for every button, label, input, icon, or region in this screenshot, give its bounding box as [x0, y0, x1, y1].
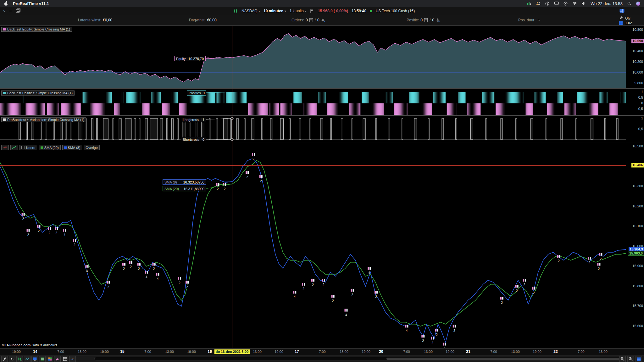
- display-icon[interactable]: [554, 1, 559, 6]
- panel-separator[interactable]: [0, 88, 644, 89]
- signal-pulse: [171, 118, 173, 140]
- chart-style-icon[interactable]: [16, 356, 23, 362]
- trade-marker: 2: [588, 257, 591, 265]
- trade-marker: 2: [129, 261, 132, 269]
- candlestick-chart-icon[interactable]: [233, 9, 238, 13]
- short-position-bar: [142, 103, 150, 115]
- grid-settings-icon[interactable]: [636, 356, 642, 362]
- spotlight-search-icon[interactable]: [627, 1, 632, 6]
- time-scrollbar[interactable]: [94, 357, 626, 360]
- long-position-bar: [386, 92, 393, 103]
- svg-text:2: 2: [55, 231, 57, 235]
- zoom-out-icon[interactable]: [619, 356, 626, 362]
- volume-icon[interactable]: [581, 1, 586, 6]
- trade-marker: 2: [223, 183, 226, 191]
- tools-wrench-icon[interactable]: [619, 16, 623, 20]
- signal-pulse: [546, 118, 547, 140]
- koers-toggle[interactable]: Koers: [19, 145, 37, 150]
- koers-checkbox[interactable]: [21, 146, 25, 149]
- svg-text:2: 2: [27, 233, 29, 237]
- prorealtime-app: ProRealTime v11.1 Wo 22 dec.: [0, 0, 644, 362]
- price-scale[interactable]: 10.80010.40010.20010.0009.80010,50-0,510…: [626, 25, 644, 348]
- screen-layout-icon[interactable]: [31, 356, 38, 362]
- collapse-toolbar-icon[interactable]: «: [69, 356, 76, 362]
- alert-flag-icon[interactable]: [310, 9, 314, 13]
- orders-list-icon[interactable]: [309, 18, 313, 22]
- restore-window-icon[interactable]: [16, 9, 19, 13]
- users-icon[interactable]: [536, 1, 541, 6]
- zoom-in-icon[interactable]: [627, 356, 634, 362]
- equity-panel-title[interactable]: BackTest Equity: Simple Crossing MA (1): [1, 27, 72, 32]
- svg-text:2: 2: [253, 157, 254, 161]
- apple-menu-icon[interactable]: [4, 1, 8, 6]
- orders-status: Orders:0 /0: [291, 18, 325, 22]
- positions-chart-canvas[interactable]: [0, 90, 626, 115]
- svg-text:4: 4: [294, 295, 296, 299]
- panel-separator[interactable]: [0, 115, 644, 116]
- price-chart-canvas[interactable]: 2222242422224242222222422224242422242222…: [0, 143, 626, 347]
- svg-text:2: 2: [524, 283, 525, 287]
- trade-marker: 2: [597, 263, 600, 271]
- scale-tick-label: 0,5: [638, 127, 643, 131]
- order-grid-icon[interactable]: [619, 21, 623, 25]
- short-position-bar: [269, 103, 279, 115]
- signal-pulse: [616, 118, 618, 140]
- history-clock-icon[interactable]: [563, 1, 568, 6]
- positions-cursor-tooltip: Posities1: [187, 90, 206, 96]
- panel-toggle-icon[interactable]: [619, 8, 625, 14]
- watchlist-icon[interactable]: [39, 356, 46, 362]
- panel-separator[interactable]: [0, 142, 644, 142]
- short-position-bar: [547, 103, 556, 115]
- workspace-grid-icon[interactable]: [47, 356, 53, 362]
- qty-value[interactable]: 1.02: [625, 21, 632, 25]
- crosshair-date-chip: do 16-dec-2021 6:00: [214, 349, 250, 354]
- scrollbar-thumb[interactable]: [386, 358, 625, 360]
- timeframe-dropdown[interactable]: 10 minuten ▾: [264, 9, 286, 13]
- menubar-clock[interactable]: Wo 22 dec. 13:58: [591, 1, 623, 6]
- instrument-dropdown[interactable]: NASDAQ ▾: [242, 9, 260, 13]
- wifi-icon[interactable]: [572, 1, 577, 6]
- minimize-window-icon[interactable]: [9, 11, 12, 11]
- zoom-controls: [619, 356, 642, 362]
- variables-chart-canvas[interactable]: [0, 116, 626, 142]
- price-style-icon[interactable]: [1, 145, 9, 150]
- short-position-bar: [162, 103, 169, 115]
- indicator-add-icon[interactable]: [10, 145, 18, 150]
- close-window-icon[interactable]: ×: [3, 9, 6, 14]
- table-view-icon[interactable]: [62, 356, 68, 362]
- eraser-icon[interactable]: [54, 356, 61, 362]
- orders-settings-gear-icon[interactable]: [321, 18, 325, 22]
- time-axis-label: 13:00: [340, 350, 348, 354]
- signal-pulse: [414, 118, 417, 140]
- signal-pulse: [280, 118, 284, 140]
- legend-sma8[interactable]: SMA (8): [62, 145, 82, 150]
- quantity-block: Qty 1.02: [619, 16, 643, 25]
- position-list-icon[interactable]: [424, 18, 428, 22]
- app-title[interactable]: ProRealTime v11.1: [13, 1, 49, 6]
- position-settings-gear-icon[interactable]: [436, 18, 440, 22]
- variables-panel-title[interactable]: ProBacktest ~ Variabelen: Simple Crossin…: [1, 117, 86, 122]
- svg-text:2: 2: [323, 283, 325, 287]
- scale-tick-label: 0,5: [638, 95, 643, 100]
- long-position-bar: [619, 92, 626, 103]
- time-axis-label: 7:00: [319, 350, 325, 354]
- svg-text:2: 2: [422, 339, 424, 343]
- signal-pulse: [604, 118, 606, 140]
- positions-panel-title[interactable]: BackTest Posities: Simple Crossing MA (1…: [1, 90, 75, 96]
- pencil-draw-icon[interactable]: [1, 356, 8, 362]
- equity-chart-canvas[interactable]: [0, 25, 626, 88]
- info-icon[interactable]: [545, 1, 550, 6]
- activity-icon[interactable]: [527, 1, 531, 6]
- time-axis[interactable]: 19:00147:0013:0019:00157:0013:0019:00161…: [0, 348, 644, 355]
- svg-text:2: 2: [179, 281, 180, 285]
- indicator-line-icon[interactable]: [24, 356, 31, 362]
- control-center-icon[interactable]: [636, 2, 640, 6]
- long-position-bar: [534, 92, 546, 103]
- legend-sma20[interactable]: SMA (20): [39, 145, 61, 150]
- cursor-tool-icon[interactable]: [9, 356, 15, 362]
- short-position-bar: [114, 103, 119, 115]
- time-axis-label: 19:00: [275, 350, 283, 354]
- legend-overige-button[interactable]: Overige: [84, 145, 100, 150]
- equity-area: [0, 34, 626, 88]
- units-dropdown[interactable]: 1 k units ▾: [290, 9, 306, 13]
